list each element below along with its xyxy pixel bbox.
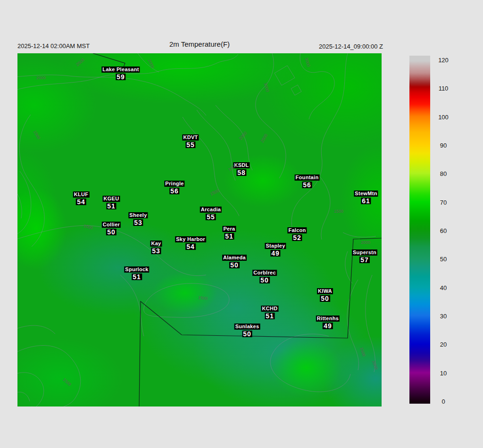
contour-elevation-label: 1500 [198,295,208,301]
station-label: Pringle 56 [164,179,184,195]
station-value: 61 [361,198,371,204]
station-name: Arcadia [200,207,222,213]
station-name: Alameda [222,255,247,261]
temperature-map: Lake Pleasant 59 KDVT 55 KSDL 58 Fountai… [17,53,382,407]
valid-time-utc: 2025-12-14_09:00:00 Z [319,43,383,50]
contour-elevation-label: 2000 [361,240,370,245]
station-value: 50 [106,229,117,235]
colorbar-tick-label: 40 [436,284,451,291]
station-value: 49 [323,323,333,329]
station-value: 50 [229,262,240,268]
weather-map-app: 2025-12-14 02:00AM MST 2m Temperature(F)… [0,0,483,448]
station-value: 59 [116,74,126,80]
station-name: Superstn [352,249,377,256]
station-value: 55 [185,141,196,148]
station-label: Superstn 57 [352,248,377,264]
station-label: Pera 51 [222,224,236,240]
station-label: Corblrec 50 [252,268,277,284]
station-value: 51 [265,313,275,319]
station-value: 51 [106,203,117,209]
station-value: 54 [76,199,86,205]
colorbar-tick-label: 20 [436,341,451,348]
station-name: Fountain [295,174,320,181]
station-value: 53 [151,248,161,254]
station-label: KIWA 50 [317,287,333,302]
station-value: 56 [169,188,180,194]
page-title: 2m Temperature(F) [169,40,230,48]
station-value: 54 [185,243,196,250]
station-label: Sunlakes 50 [234,322,260,338]
station-name: Pera [222,226,236,232]
station-name: Corblrec [252,270,277,276]
station-name: KCHD [261,306,279,312]
colorbar-tick-label: 70 [436,199,451,206]
station-label: KCHD 51 [261,304,279,320]
colorbar-tick-label: 120 [436,57,451,64]
station-name: Kay [150,241,162,247]
station-name: KDVT [182,134,199,141]
station-value: 50 [259,277,270,283]
station-name: Sky Harbor [175,236,206,242]
map-contours-svg [17,53,382,407]
station-value: 58 [236,169,247,176]
colorbar-tick-label: 100 [436,113,451,120]
valid-time-local: 2025-12-14 02:00AM MST [17,42,90,50]
station-name: Pringle [164,181,184,187]
station-label: Falcon 52 [287,226,307,241]
station-label: Collier 50 [102,220,121,236]
temperature-colorbar [409,56,430,404]
station-label: Arcadia 55 [200,205,222,221]
station-name: Stapley [265,243,286,249]
station-label: KDVT 55 [182,133,199,149]
station-name: Lake Pleasant [101,66,140,73]
station-label: Alameda 50 [222,253,247,269]
station-name: Rittenhs [316,315,340,322]
colorbar-tick-label: 10 [436,369,451,376]
station-value: 57 [359,257,370,263]
station-name: StewMtn [354,191,378,197]
station-label: Spurlock 51 [124,265,149,281]
station-label: Stapley 49 [265,241,286,257]
county-boundary-lines [93,53,382,407]
station-value: 50 [242,331,252,337]
colorbar-tick-label: 80 [436,170,451,177]
station-value: 49 [270,250,281,257]
station-name: Spurlock [124,266,149,273]
station-name: KLUF [73,191,90,198]
station-label: Sky Harbor 54 [175,235,206,250]
station-label: KLUF 54 [73,190,90,206]
station-label: KSDL 58 [233,161,250,176]
station-label: Rittenhs 49 [316,314,340,330]
colorbar-tick-label: 60 [436,227,451,234]
station-name: KIWA [317,288,333,294]
contour-elevation-label: 1500 [334,209,343,214]
station-name: Sunlakes [234,324,260,330]
station-name: KGEU [103,196,120,202]
station-name: Falcon [287,227,307,233]
station-value: 55 [206,214,216,220]
station-name: Sheely [128,212,148,218]
colorbar-tick-label: 90 [436,141,451,149]
station-value: 50 [320,295,330,302]
colorbar-tick-label: 0 [436,398,451,405]
colorbar-tick-label: 50 [436,256,451,263]
contour-elevation-label: 2000 [36,75,46,80]
station-value: 53 [133,219,143,226]
station-value: 51 [132,274,142,280]
station-label: StewMtn 61 [354,189,378,205]
station-value: 56 [302,182,312,188]
station-name: Collier [102,222,121,228]
colorbar-tick-label: 30 [436,312,451,319]
station-label: KGEU 51 [103,194,120,210]
station-label: Sheely 53 [128,211,148,226]
colorbar-tick-label: 110 [436,85,451,92]
station-label: Fountain 56 [295,173,320,189]
station-label: Lake Pleasant 59 [101,65,140,81]
station-value: 51 [224,233,234,240]
station-label: Kay 53 [150,239,162,255]
station-value: 52 [292,234,302,241]
